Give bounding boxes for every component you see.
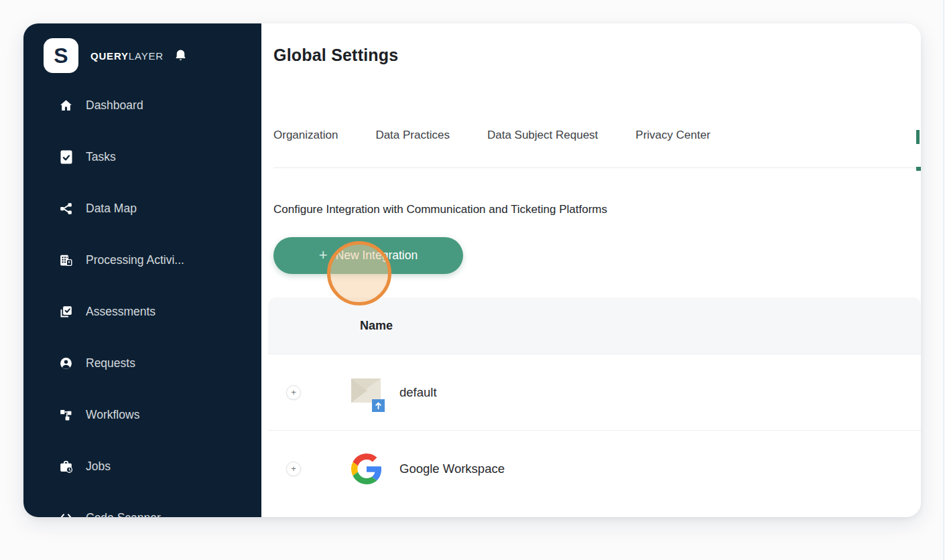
sidebar: S QUERYLAYER Dashboard	[23, 23, 261, 517]
email-upload-icon	[351, 377, 382, 408]
integration-row[interactable]: + Google Workspace	[268, 430, 921, 506]
section-description: Configure Integration with Communication…	[273, 203, 921, 216]
brand-row: S QUERYLAYER	[44, 38, 261, 73]
sidebar-item-assessments[interactable]: Assessments	[44, 286, 261, 338]
page-title: Global Settings	[273, 46, 921, 65]
table-header-row: Name	[268, 297, 921, 354]
plus-icon: +	[319, 247, 328, 264]
app-logo: S	[44, 38, 78, 73]
brand-name: QUERYLAYER	[90, 50, 164, 62]
sidebar-item-label: Workflows	[86, 408, 139, 422]
notification-bell-icon[interactable]	[174, 48, 188, 63]
org-chart-icon	[59, 408, 73, 422]
sidebar-item-label: Requests	[86, 356, 135, 370]
sidebar-item-label: Assessments	[86, 305, 155, 319]
new-integration-button-label: New Integration	[336, 249, 418, 263]
home-icon	[59, 98, 73, 113]
task-doc-icon	[59, 150, 73, 164]
tab-privacy-center[interactable]: Privacy Center	[635, 129, 710, 142]
tab-data-subject-request[interactable]: Data Subject Request	[487, 129, 598, 142]
grid-building-icon	[59, 253, 73, 267]
sidebar-item-tasks[interactable]: Tasks	[44, 131, 261, 183]
sidebar-item-code-scanner[interactable]: Code Scanner	[44, 492, 261, 517]
share-nodes-icon	[59, 202, 73, 216]
checkbox-layers-icon	[59, 305, 73, 319]
sidebar-item-jobs[interactable]: Jobs	[44, 441, 261, 492]
brand-name-bold: QUERY	[90, 50, 129, 62]
sidebar-item-label: Tasks	[86, 150, 116, 164]
briefcase-clock-icon	[59, 460, 73, 474]
sidebar-nav: Dashboard Tasks	[44, 80, 261, 517]
tabs-bar: Organization Data Practices Data Subject…	[268, 129, 921, 168]
sidebar-item-workflows[interactable]: Workflows	[44, 389, 261, 441]
brand-name-light: LAYER	[129, 50, 164, 62]
sidebar-item-requests[interactable]: Requests	[44, 338, 261, 389]
app-window: S QUERYLAYER Dashboard	[23, 23, 921, 517]
tab-organization[interactable]: Organization	[273, 129, 338, 142]
integration-name: default	[399, 385, 437, 400]
tab-data-practices[interactable]: Data Practices	[375, 129, 450, 142]
row-expander-button[interactable]: +	[286, 385, 301, 400]
integrations-table: Name + default +	[268, 297, 921, 506]
sidebar-item-label: Data Map	[86, 202, 137, 216]
google-icon	[351, 453, 382, 484]
row-expander-button[interactable]: +	[286, 462, 301, 476]
active-tab-underline	[916, 167, 921, 171]
person-circle-icon	[59, 356, 73, 370]
sidebar-item-data-map[interactable]: Data Map	[44, 183, 261, 234]
sidebar-item-processing-activities[interactable]: Processing Activi...	[44, 234, 261, 286]
page-edge-line	[943, 0, 944, 560]
sidebar-item-dashboard[interactable]: Dashboard	[44, 80, 261, 131]
sidebar-item-label: Code Scanner	[86, 511, 161, 517]
new-integration-button[interactable]: + New Integration	[273, 237, 463, 274]
code-brackets-icon	[59, 511, 73, 517]
integration-name: Google Workspace	[399, 462, 505, 476]
column-header-name: Name	[360, 319, 393, 333]
sidebar-item-label: Jobs	[86, 460, 111, 474]
active-tab-clipped-fragment	[916, 130, 920, 144]
sidebar-item-label: Processing Activi...	[86, 253, 184, 267]
integration-row[interactable]: + default	[268, 354, 921, 430]
main-content: Global Settings Organization Data Practi…	[261, 23, 921, 517]
sidebar-item-label: Dashboard	[86, 98, 143, 113]
